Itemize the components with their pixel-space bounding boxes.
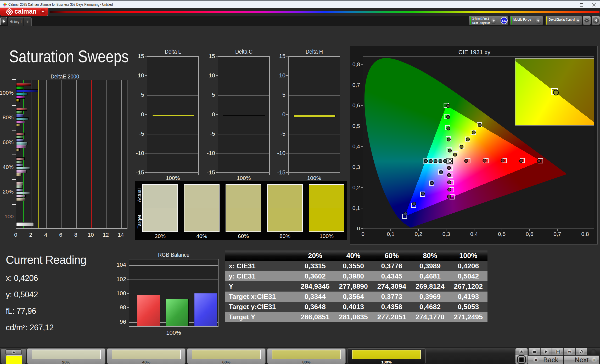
add-tab-button[interactable]: + — [24, 19, 31, 24]
transport-play-button[interactable] — [540, 348, 552, 355]
transport-refresh-button[interactable] — [576, 348, 587, 355]
cie-measured-green — [447, 138, 451, 141]
cie-y-tick-label: 0,4 — [352, 143, 360, 150]
cie-measured-blue — [412, 202, 416, 206]
brand-chevron-down-icon — [40, 9, 46, 14]
cie-axis-tick — [529, 229, 530, 231]
table-column-header: 20% — [296, 252, 334, 260]
app-icon — [3, 2, 7, 7]
cie-axis-tick — [361, 146, 363, 147]
table-row-label: x: CIE31 — [225, 262, 296, 270]
display-status-stripe — [546, 16, 547, 25]
cie-measured-green — [446, 116, 450, 119]
cie-x-tick-label: 0,4 — [470, 231, 478, 237]
delta-mini-title: Delta C — [235, 48, 252, 55]
double-chevron-right-icon: » — [593, 357, 596, 362]
transport-loop-button[interactable]: [··] — [552, 348, 564, 355]
cie-axis-tick — [418, 229, 419, 231]
source-dropdown[interactable]: Mobile Forge — [510, 16, 543, 25]
table-cell: 0,4681 — [411, 272, 449, 280]
cie-measured-blue — [430, 181, 434, 185]
settings-gear-button[interactable] — [583, 16, 591, 25]
play-icon — [545, 350, 547, 353]
close-button[interactable] — [588, 1, 600, 8]
mini-y-tick-label: 10 — [279, 72, 285, 79]
maximize-icon — [580, 3, 583, 7]
cie-measured-cyan — [434, 160, 437, 163]
spectrum-gradient-bar — [50, 11, 599, 13]
patch-thumbnail-100%[interactable]: 100% — [347, 348, 426, 364]
tab-history-1[interactable]: History 1 — [9, 20, 22, 24]
calman-menu-button[interactable]: calman — [0, 8, 48, 16]
patch-thumbnail-swatch — [192, 350, 261, 359]
comparator-swatch-label: 80% — [279, 233, 290, 239]
bottom-bar: 20%40%60%80%100%[··]∞«BackNext» — [0, 348, 600, 364]
cie-x-tick-label: 0,8 — [581, 231, 589, 237]
back-button[interactable]: «Back — [528, 355, 563, 364]
table-cell: 0,4682 — [411, 303, 449, 311]
table-cell: 0,3315 — [296, 262, 334, 270]
cie-1931-chart: CIE 1931 xy00,10,20,30,40,50,60,70,800,1… — [350, 46, 598, 244]
next-button[interactable]: Next» — [564, 355, 599, 364]
rgb-y-tick-label: 104 — [116, 261, 126, 268]
transport-big-stop-button[interactable] — [515, 355, 528, 364]
cie-measured-magenta — [447, 181, 451, 184]
rgb-axis-tick — [127, 293, 129, 294]
maximize-button[interactable] — [575, 1, 588, 8]
mini-y-tick-label: 5 — [282, 92, 285, 98]
cie-measured-cyan — [424, 160, 428, 163]
table-cell: 0,4345 — [373, 272, 411, 280]
rgb-y-tick-label: 98 — [120, 304, 126, 311]
rgb-y-tick-label: 96 — [120, 318, 126, 325]
patch-thumbnail-80%[interactable]: 80% — [267, 348, 346, 364]
rgb-balance-title: RGB Balance — [158, 252, 189, 258]
table-cell: 0,3550 — [334, 262, 372, 270]
patch-thumbnail-40%[interactable]: 40% — [107, 348, 186, 364]
transport-infinity-button[interactable]: ∞ — [564, 348, 575, 355]
patch-thumbnail-label: 40% — [107, 360, 185, 364]
transport-stop-button[interactable] — [529, 348, 540, 355]
cie-y-tick-label: 0,7 — [352, 82, 360, 88]
comparator-swatch-label: 100% — [319, 233, 334, 239]
cie-measured-red — [520, 159, 523, 163]
stop-icon — [533, 351, 536, 353]
cie-axis-tick — [585, 229, 585, 231]
collapse-panel-button[interactable] — [592, 16, 600, 25]
window-title-bar: Calman 2025 Calman Ultimate for Business… — [0, 0, 600, 8]
cie-axis-tick — [446, 229, 446, 231]
tab-scroll-button[interactable] — [0, 17, 7, 25]
mini-y-tick-label: -5 — [280, 130, 285, 137]
meter-dropdown[interactable]: X-Rite i1Pro 3Rear Projector631 — [469, 16, 508, 25]
table-cell: 0,4013 — [334, 303, 372, 311]
cie-axis-tick — [361, 167, 363, 167]
table-cell: 277,2051 — [373, 313, 411, 321]
patch-thumbnail-swatch — [32, 350, 101, 359]
minimize-button[interactable] — [563, 1, 575, 8]
display-control-label: Direct Display Control — [549, 18, 575, 22]
cie-measured-yellow — [466, 138, 469, 141]
patch-thumbnail-60%[interactable]: 60% — [187, 348, 266, 364]
table-row-label: Target Y — [225, 313, 296, 321]
transport-collapse-button[interactable] — [515, 348, 528, 355]
table-column-header: 80% — [411, 252, 449, 260]
chevron-down-icon — [492, 20, 495, 22]
table-column-header: 40% — [334, 252, 372, 260]
table-cell: 274,3094 — [373, 282, 411, 291]
table-row: Y284,9345277,8890274,3094269,8124267,120… — [225, 281, 487, 292]
meter-label: X-Rite i1Pro 3Rear Projector — [472, 17, 490, 25]
patch-thumbnail-20%[interactable]: 20% — [27, 348, 105, 364]
chevron-left-icon — [595, 19, 597, 22]
rgb-bar-blue — [194, 293, 217, 326]
calman-logo-icon — [6, 8, 13, 15]
display-control-dropdown[interactable]: Direct Display Control — [545, 16, 582, 25]
meter-count-badge[interactable]: 631 — [501, 17, 508, 24]
table-cell: 0,3344 — [296, 293, 334, 301]
stop-icon — [517, 355, 526, 364]
refresh-icon — [580, 350, 583, 354]
table-cell: 0,4206 — [449, 262, 487, 270]
back-label: Back — [543, 356, 558, 364]
cie-chart-title: CIE 1931 xy — [458, 49, 491, 56]
collapse-patch-list-button[interactable] — [5, 349, 22, 355]
cie-axis-tick — [363, 229, 363, 231]
cie-measured-red — [537, 159, 541, 163]
